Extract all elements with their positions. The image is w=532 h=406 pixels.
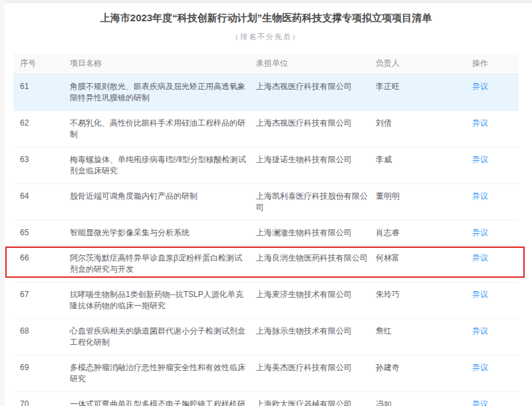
project-name: 智能显微光学影像采集与分析系统: [70, 221, 256, 245]
row-number: 66: [13, 246, 70, 270]
organization-name: 上海捷诺生物科技有限公司: [256, 148, 376, 172]
action-cell: 异议: [472, 111, 519, 136]
table-row: 67 抗哮喘生物制品1类创新药物--抗TSLP人源化单克隆抗体药物的临床一期研究…: [13, 282, 519, 319]
action-cell: 异议: [472, 148, 519, 172]
project-name: 梅毒螺旋体、单纯疱疹病毒Ⅰ型/Ⅱ型分型核酸检测试剂盒临床研究: [70, 148, 256, 183]
organization-name: 上海欧太医疗器械有限公司: [256, 392, 376, 406]
row-number: 62: [13, 111, 70, 136]
objection-link[interactable]: 异议: [472, 363, 488, 372]
project-name: 角膜不规则散光、眼表疾病及屈光矫正用高透氧象限特异性巩膜镜的研制: [70, 74, 256, 110]
objection-link[interactable]: 异议: [472, 228, 488, 237]
column-header-organization: 承担单位: [256, 53, 376, 74]
objection-link[interactable]: 异议: [472, 191, 488, 201]
row-number: 63: [13, 148, 70, 172]
page: 上海市2023年度“科技创新行动计划”生物医药科技支撑专项拟立项项目清单 （排名…: [0, 0, 532, 406]
objection-link[interactable]: 异议: [472, 118, 488, 128]
person-name: 李威: [376, 148, 472, 172]
column-header-person: 负责人: [376, 53, 472, 74]
objection-link[interactable]: 异议: [472, 399, 488, 406]
project-name: 不易乳化、高性价比眼科手术用硅油工程样品的研制: [70, 111, 256, 147]
table-row: 70 一体式可弯曲单孔型多模态电子胸腔镜工程样机研制 上海欧太医疗器械有限公司 …: [13, 392, 519, 406]
table-row: 68 心血管疾病相关的肠道菌群代谢小分子检测试剂盒工程化研制 上海脉示生物技术有…: [13, 319, 519, 355]
action-cell: 异议: [472, 74, 519, 99]
action-cell: 异议: [472, 392, 519, 406]
person-name: 冯如: [376, 392, 472, 406]
organization-name: 上海脉示生物技术有限公司: [256, 319, 376, 344]
table-row: 65 智能显微光学影像采集与分析系统 上海澜澈生物科技有限公司 肖志睿 异议: [13, 221, 519, 246]
row-number: 67: [13, 282, 70, 307]
column-header-action: 操作: [472, 53, 519, 74]
organization-name: 上海麦济生物技术有限公司: [256, 282, 376, 307]
organization-name: 上海澜澈生物科技有限公司: [256, 221, 376, 245]
person-name: 詹红: [376, 319, 472, 344]
action-cell: 异议: [472, 221, 519, 245]
objection-link[interactable]: 异议: [472, 326, 488, 336]
row-number: 70: [13, 392, 70, 406]
project-name: 多模态肿瘤消融治疗恶性肿瘤安全性和有效性临床研究: [70, 355, 256, 391]
action-cell: 异议: [472, 246, 519, 270]
organization-name: 上海美杰医疗科技有限公司: [256, 355, 376, 380]
table-row: 61 角膜不规则散光、眼表疾病及屈光矫正用高透氧象限特异性巩膜镜的研制 上海杰视…: [13, 74, 519, 111]
table-row: 69 多模态肿瘤消融治疗恶性肿瘤安全性和有效性临床研究 上海美杰医疗科技有限公司…: [13, 355, 519, 392]
organization-name: 上海凯利泰医疗科技股份有限公司: [256, 184, 376, 220]
objection-link[interactable]: 异议: [472, 253, 488, 262]
page-edge-left: [0, 0, 5, 406]
row-number: 68: [13, 319, 70, 344]
action-cell: 异议: [472, 184, 519, 209]
person-name: 朱玲巧: [376, 282, 472, 307]
organization-name: 上海杰视医疗科技有限公司: [256, 74, 376, 99]
project-name: 心血管疾病相关的肠道菌群代谢小分子检测试剂盒工程化研制: [70, 319, 256, 355]
page-edge-top: [0, 0, 532, 3]
table-row: 62 不易乳化、高性价比眼科手术用硅油工程样品的研制 上海杰视医疗科技有限公司 …: [13, 111, 519, 148]
person-name: 刘倩: [376, 111, 472, 136]
table-row: 64 股骨近端可调角度髓内钉产品的研制 上海凯利泰医疗科技股份有限公司 董明明 …: [13, 184, 519, 221]
table-row: 66 阿尔茨海默症高特异早诊血浆β淀粉样蛋白检测试剂盒的研究与开发 上海良润生物…: [13, 246, 519, 282]
projects-table: 序号 项目名称 承担单位 负责人 操作 61 角膜不规则散光、眼表疾病及屈光矫正…: [13, 53, 519, 406]
organization-name: 上海良润生物医药科技有限公司: [256, 246, 376, 270]
project-name: 一体式可弯曲单孔型多模态电子胸腔镜工程样机研制: [70, 392, 256, 406]
project-name: 股骨近端可调角度髓内钉产品的研制: [70, 184, 256, 209]
row-number: 61: [13, 74, 70, 99]
table-body: 61 角膜不规则散光、眼表疾病及屈光矫正用高透氧象限特异性巩膜镜的研制 上海杰视…: [13, 74, 519, 406]
person-name: 董明明: [376, 184, 472, 209]
organization-name: 上海杰视医疗科技有限公司: [256, 111, 376, 136]
project-name: 阿尔茨海默症高特异早诊血浆β淀粉样蛋白检测试剂盒的研究与开发: [70, 246, 256, 282]
action-cell: 异议: [472, 355, 519, 380]
objection-link[interactable]: 异议: [472, 290, 488, 299]
project-name: 抗哮喘生物制品1类创新药物--抗TSLP人源化单克隆抗体药物的临床一期研究: [70, 282, 256, 318]
person-name: 孙建奇: [376, 355, 472, 380]
page-title: 上海市2023年度“科技创新行动计划”生物医药科技支撑专项拟立项项目清单: [0, 0, 532, 25]
person-name: 李正旺: [376, 74, 472, 99]
row-number: 64: [13, 184, 70, 209]
page-subtitle: （排名不分先后）: [0, 32, 532, 42]
table-header-row: 序号 项目名称 承担单位 负责人 操作: [13, 53, 519, 74]
row-number: 69: [13, 355, 70, 380]
action-cell: 异议: [472, 282, 519, 307]
person-name: 肖志睿: [376, 221, 472, 245]
table-row: 63 梅毒螺旋体、单纯疱疹病毒Ⅰ型/Ⅱ型分型核酸检测试剂盒临床研究 上海捷诺生物…: [13, 148, 519, 184]
action-cell: 异议: [472, 319, 519, 344]
objection-link[interactable]: 异议: [472, 82, 488, 91]
column-header-project-name: 项目名称: [70, 53, 256, 74]
column-header-no: 序号: [13, 53, 70, 74]
row-number: 65: [13, 221, 70, 245]
objection-link[interactable]: 异议: [472, 155, 488, 164]
person-name: 何林富: [376, 246, 472, 270]
